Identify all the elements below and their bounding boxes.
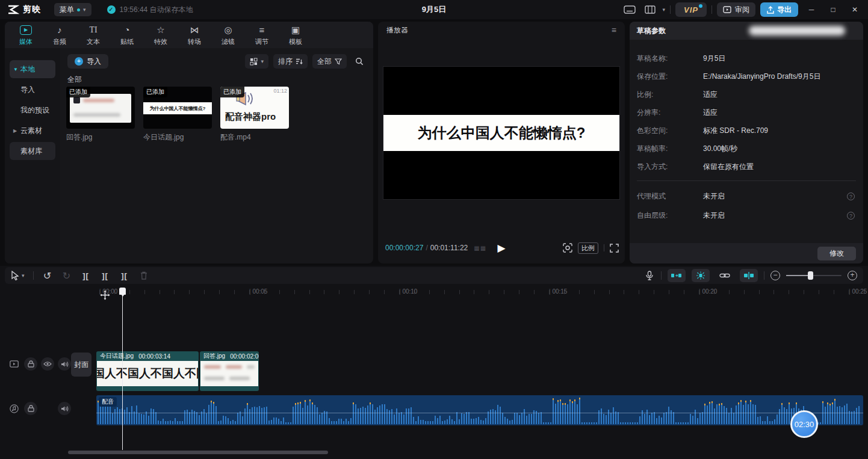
preview-axis-toggle[interactable]	[740, 269, 758, 282]
slider-handle[interactable]	[808, 271, 813, 280]
mute-track-icon[interactable]	[58, 357, 71, 371]
tab-audio[interactable]: ♪ 音频	[43, 24, 76, 46]
lock-track-icon[interactable]	[24, 357, 37, 371]
waveform-bar	[427, 421, 429, 424]
view-mode-button[interactable]: ▾	[245, 54, 268, 69]
waveform-bar	[632, 422, 633, 424]
tab-label: 特效	[154, 37, 167, 46]
help-icon[interactable]: ?	[847, 193, 855, 200]
sidebar-item-cloud[interactable]: ▶ 云素材	[10, 122, 55, 140]
ratio-button[interactable]: 比例	[578, 242, 598, 254]
tab-effects[interactable]: ☆ 特效	[144, 24, 177, 46]
param-value: 保留在原有位置	[703, 162, 754, 172]
playhead-line[interactable]	[122, 288, 123, 450]
lock-track-icon[interactable]	[24, 402, 37, 415]
waveform-bar	[333, 421, 335, 424]
mute-track-icon[interactable]	[58, 402, 71, 415]
export-button[interactable]: 导出	[760, 2, 798, 17]
undo-icon[interactable]: ↺	[42, 269, 53, 282]
zoom-in-icon[interactable]: +	[848, 271, 857, 280]
app-logo[interactable]: 剪映	[7, 4, 41, 15]
tab-stickers[interactable]: ◔ 贴纸	[111, 24, 143, 46]
timeline-zoom-slider[interactable]	[786, 269, 842, 282]
modify-button[interactable]: 修改	[817, 247, 856, 260]
select-tool-icon[interactable]: ▾	[11, 269, 25, 282]
waveform-bar	[182, 421, 183, 424]
tab-text[interactable]: TI 文本	[77, 24, 110, 46]
media-item-topic[interactable]: 已添加 为什么中国人不能懒惰点? 今日话题.jpg	[143, 87, 212, 143]
timeline-clip-topic[interactable]: 今日话题.jpg 00:00:03:14 国人不国人不国人不国人	[96, 351, 199, 391]
param-value: 未开启	[703, 211, 725, 221]
waveform-bar	[196, 412, 197, 424]
layout-chevron-icon[interactable]: ▾	[663, 7, 666, 13]
import-button[interactable]: + 导入	[67, 54, 108, 69]
timeline-clip-answer[interactable]: 回答.jpg 00:00:02:00	[200, 351, 259, 391]
waveform-bar	[249, 409, 250, 424]
help-icon[interactable]: ?	[847, 212, 855, 220]
timeline-ruler[interactable]: 00:0000:0500:1000:1500:2000:25	[68, 286, 868, 300]
review-button[interactable]: 审阅	[717, 2, 755, 17]
filter-button[interactable]: 全部	[312, 54, 347, 69]
param-row-proxy-mode: 代理模式 未开启 ?	[637, 187, 856, 205]
player-menu-icon[interactable]: ≡	[612, 25, 616, 35]
shortcut-keyboard-icon[interactable]	[622, 4, 637, 16]
vip-button[interactable]: VIP	[675, 2, 707, 17]
auto-ripple-toggle[interactable]	[668, 269, 686, 282]
waveform-bar	[155, 412, 157, 424]
waveform-bar	[290, 422, 291, 424]
waveform-bar	[367, 405, 368, 424]
tab-transitions[interactable]: ⋈ 转场	[178, 24, 211, 46]
media-item-answer[interactable]: 已添加 回答.jpg	[66, 87, 135, 143]
waveform-bar	[695, 410, 696, 424]
waveform-bar	[189, 412, 190, 424]
waveform-bar	[480, 420, 482, 424]
hide-track-icon[interactable]	[41, 357, 54, 371]
preview-canvas[interactable]: 为什么中国人不能懒惰点?	[383, 66, 620, 200]
close-button[interactable]: ✕	[846, 2, 863, 17]
redo-icon[interactable]: ↻	[61, 269, 72, 282]
waveform-bar	[502, 413, 503, 424]
split-right-icon[interactable]: ][	[119, 269, 130, 282]
tab-media[interactable]: ▶ 媒体	[10, 24, 42, 46]
fullscreen-icon[interactable]	[610, 244, 619, 253]
menu-button[interactable]: 菜单 ▾	[54, 3, 91, 16]
preview-quality-icon[interactable]	[563, 243, 572, 253]
maximize-button[interactable]: □	[825, 2, 842, 17]
minimize-button[interactable]: ─	[803, 2, 820, 17]
waveform-bar	[102, 406, 104, 424]
mirror-preview-icon[interactable]: ▦▦	[474, 245, 486, 251]
cover-button[interactable]: 封面	[71, 353, 91, 377]
sidebar-item-presets[interactable]: 我的预设	[10, 101, 55, 119]
break-reminder-timer[interactable]: 02:30	[790, 410, 818, 438]
waveform-bar	[724, 406, 725, 424]
split-left-icon[interactable]: ][	[100, 269, 111, 282]
play-button[interactable]: ▶	[497, 242, 505, 254]
waveform-bar	[268, 420, 270, 424]
delete-icon[interactable]	[138, 269, 149, 282]
split-icon[interactable]: ][	[81, 269, 91, 282]
record-voiceover-icon[interactable]	[644, 269, 655, 282]
waveform-bar	[372, 404, 373, 424]
sort-button[interactable]: 排序	[273, 54, 308, 69]
tab-adjust[interactable]: ≡ 调节	[246, 24, 278, 46]
tab-templates[interactable]: ▣ 模板	[279, 24, 312, 46]
horizontal-scrollbar[interactable]	[68, 451, 328, 454]
tab-filters[interactable]: ◎ 滤镜	[212, 24, 244, 46]
snap-toggle[interactable]	[692, 269, 710, 282]
layout-switch-icon[interactable]	[642, 4, 658, 16]
timeline-audio-clip[interactable]: 配音	[96, 395, 863, 425]
search-button[interactable]	[352, 54, 367, 69]
waveform-bar	[728, 413, 730, 424]
added-badge: 已添加	[220, 87, 244, 97]
sidebar-item-library[interactable]: 素材库	[10, 142, 55, 160]
sidebar-item-import[interactable]: 导入	[10, 81, 55, 99]
param-value: 9月5日	[703, 54, 725, 64]
waveform-bar	[131, 406, 132, 424]
sidebar-item-local[interactable]: ▼ 本地	[10, 60, 55, 78]
playhead-handle[interactable]	[119, 288, 126, 295]
link-toggle[interactable]	[716, 269, 734, 282]
zoom-out-icon[interactable]: −	[770, 271, 780, 280]
media-item-voiceover[interactable]: 配音神器pro 已添加 01:12 配音.mp4	[220, 87, 289, 143]
waveform-bar	[283, 417, 284, 424]
param-row-free-layer: 自由层级: 未开启 ?	[637, 206, 856, 224]
